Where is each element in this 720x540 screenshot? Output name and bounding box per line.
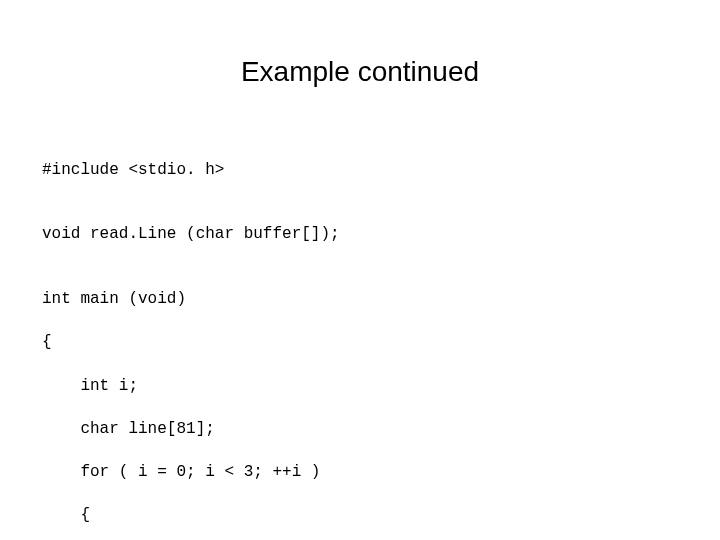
code-line: char line[81]; xyxy=(42,419,349,441)
code-line: int i; xyxy=(42,376,349,398)
code-line: { xyxy=(42,505,349,527)
code-block: #include <stdio. h> void read.Line (char… xyxy=(42,138,349,540)
code-line: int main (void) xyxy=(42,289,349,311)
code-line: { xyxy=(42,332,349,354)
code-line: for ( i = 0; i < 3; ++i ) xyxy=(42,462,349,484)
code-line: #include <stdio. h> xyxy=(42,160,349,182)
code-line: void read.Line (char buffer[]); xyxy=(42,224,349,246)
page-title: Example continued xyxy=(0,56,720,88)
